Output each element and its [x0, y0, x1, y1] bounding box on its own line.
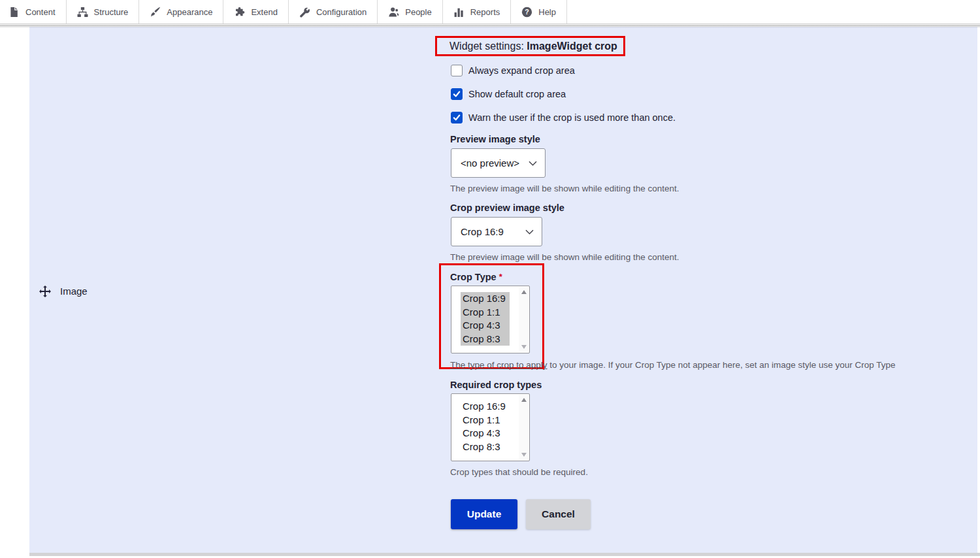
scroll-up-icon[interactable] — [521, 290, 527, 294]
question-icon: ? — [521, 7, 532, 18]
bar-chart-icon — [453, 7, 465, 18]
crop-type-description-rest: to your image. If your Crop Type not app… — [547, 360, 896, 370]
checkbox-checked[interactable] — [451, 112, 463, 123]
scroll-down-icon[interactable] — [521, 453, 527, 457]
crop-type-listbox[interactable]: Crop 16:9Crop 1:1Crop 4:3Crop 8:3 — [451, 286, 530, 353]
toolbar-item-label: Structure — [94, 7, 129, 17]
toolbar-item-configuration[interactable]: Configuration — [289, 0, 378, 24]
svg-text:?: ? — [525, 8, 529, 16]
preview-image-style-description: The preview image will be shown while ed… — [450, 184, 679, 193]
toolbar-item-label: Configuration — [316, 7, 367, 17]
drag-handle-icon[interactable] — [39, 285, 52, 298]
listbox-option[interactable]: Crop 1:1 — [461, 414, 510, 427]
toolbar-shadow — [0, 25, 980, 28]
paintbrush-icon — [150, 7, 161, 18]
toolbar-item-help[interactable]: ?Help — [511, 0, 567, 24]
crop-preview-image-style-label: Crop preview image style — [450, 203, 564, 213]
listbox-option[interactable]: Crop 4:3 — [461, 427, 510, 440]
widget-settings-title-name: ImageWidget crop — [527, 41, 617, 52]
toolbar-item-label: Content — [25, 7, 56, 17]
crop-type-label-text: Crop Type — [450, 272, 497, 282]
puzzle-icon — [234, 7, 245, 18]
checkbox-label: Show default crop area — [468, 89, 566, 99]
checkbox-label: Warn the user if the crop is used more t… — [468, 112, 676, 123]
crop-preview-image-style-select[interactable]: Crop 16:9 — [451, 217, 542, 246]
toolbar-item-content[interactable]: Content — [0, 0, 67, 24]
preview-image-style-value: <no preview> — [461, 157, 519, 169]
crop-type-description: The type of crop to apply to your image.… — [450, 360, 896, 370]
required-crop-types-label: Required crop types — [450, 380, 542, 390]
preview-image-style-select[interactable]: <no preview> — [451, 148, 546, 178]
listbox-option[interactable]: Crop 1:1 — [461, 306, 510, 320]
widget-settings-title-prefix: Widget settings: — [449, 41, 527, 52]
cancel-button[interactable]: Cancel — [526, 499, 591, 529]
checkbox-checked[interactable] — [451, 88, 463, 100]
checkbox-row[interactable]: Show default crop area — [451, 88, 676, 100]
toolbar-item-label: Reports — [470, 7, 500, 17]
toolbar-item-reports[interactable]: Reports — [443, 0, 512, 24]
toolbar-item-structure[interactable]: Structure — [67, 0, 140, 24]
toolbar-item-appearance[interactable]: Appearance — [139, 0, 223, 24]
toolbar-item-label: Appearance — [167, 7, 212, 17]
listbox-option[interactable]: Crop 16:9 — [461, 400, 510, 414]
required-crop-types-description: Crop types that should be required. — [450, 467, 588, 477]
update-button[interactable]: Update — [451, 499, 517, 529]
scroll-up-icon[interactable] — [521, 398, 527, 402]
listbox-option[interactable]: Crop 8:3 — [461, 440, 510, 454]
wrench-icon — [299, 7, 310, 18]
listbox-option[interactable]: Crop 8:3 — [461, 333, 510, 346]
crop-type-label: Crop Type* — [450, 272, 502, 282]
row-divider — [29, 553, 980, 556]
chevron-down-icon — [529, 161, 537, 166]
toolbar-item-label: Help — [538, 7, 556, 17]
checkbox-group: Always expand crop areaShow default crop… — [451, 65, 676, 135]
toolbar-item-people[interactable]: People — [378, 0, 442, 24]
checkbox-label: Always expand crop area — [468, 65, 575, 76]
listbox-scrollbar[interactable] — [519, 287, 529, 352]
chevron-down-icon — [525, 229, 534, 235]
required-marker: * — [499, 272, 502, 282]
file-icon — [8, 7, 20, 18]
person-icon — [388, 7, 399, 18]
admin-toolbar: ContentStructureAppearanceExtendConfigur… — [0, 0, 980, 24]
crop-preview-image-style-description: The preview image will be shown while ed… — [450, 252, 679, 262]
checkbox-row[interactable]: Warn the user if the crop is used more t… — [451, 112, 676, 123]
toolbar-item-label: People — [405, 7, 431, 17]
listbox-option[interactable]: Crop 16:9 — [461, 292, 510, 306]
required-crop-types-listbox[interactable]: Crop 16:9Crop 1:1Crop 4:3Crop 8:3 — [451, 393, 530, 461]
toolbar-item-label: Extend — [251, 7, 277, 17]
scroll-down-icon[interactable] — [521, 345, 527, 349]
crop-preview-image-style-value: Crop 16:9 — [461, 226, 504, 237]
checkbox-unchecked[interactable] — [451, 65, 463, 76]
checkbox-row[interactable]: Always expand crop area — [451, 65, 676, 76]
listbox-option[interactable]: Crop 4:3 — [461, 319, 510, 333]
sitemap-icon — [77, 7, 88, 18]
widget-settings-title: Widget settings: ImageWidget crop — [449, 39, 617, 53]
preview-image-style-label: Preview image style — [450, 134, 540, 144]
toolbar-item-extend[interactable]: Extend — [223, 0, 288, 24]
field-row-label: Image — [60, 285, 88, 298]
crop-type-description-underlined: The type of crop to apply — [450, 360, 547, 370]
listbox-scrollbar[interactable] — [519, 395, 529, 460]
